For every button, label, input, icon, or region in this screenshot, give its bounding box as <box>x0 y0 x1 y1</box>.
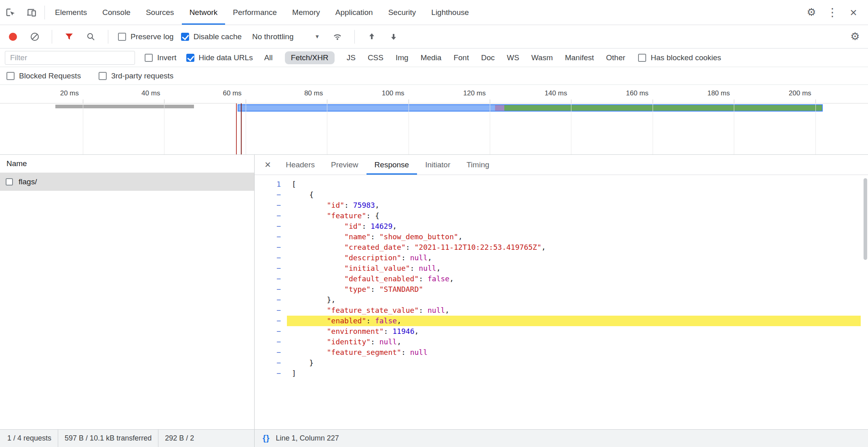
timeline-tick <box>83 99 83 103</box>
fold-marker[interactable]: − <box>255 242 287 253</box>
fold-marker[interactable]: − <box>255 347 287 358</box>
blocked-requests-checkbox[interactable]: Blocked Requests <box>6 72 81 80</box>
fold-marker[interactable]: − <box>255 253 287 263</box>
filter-type-fetch-xhr[interactable]: Fetch/XHR <box>285 51 335 64</box>
preserve-log-checkbox[interactable]: Preserve log <box>118 32 174 41</box>
timeline-gridline <box>490 103 490 154</box>
timeline-gridline <box>734 103 734 154</box>
network-settings-gear-icon[interactable]: ⚙ <box>848 29 862 45</box>
name-column-header[interactable]: Name <box>0 155 254 173</box>
record-network-log-button[interactable] <box>6 29 20 45</box>
fold-marker[interactable]: − <box>255 232 287 242</box>
pretty-print-braces-icon[interactable]: {} <box>263 434 270 443</box>
tab-initiator[interactable]: Initiator <box>417 155 458 175</box>
fold-marker[interactable]: − <box>255 211 287 221</box>
timeline-band <box>0 103 868 154</box>
tab-security[interactable]: Security <box>381 0 424 25</box>
checkbox-unchecked-icon <box>6 72 15 80</box>
cursor-position: Line 1, Column 227 <box>276 434 339 443</box>
filter-type-ws[interactable]: WS <box>507 51 519 64</box>
invert-checkbox[interactable]: Invert <box>145 53 177 62</box>
tab-performance[interactable]: Performance <box>225 0 284 25</box>
fold-marker[interactable]: − <box>255 295 287 305</box>
code-line: − "id": 75983, <box>255 200 868 211</box>
code-line-text: "identity": null, <box>287 337 861 347</box>
export-har-icon[interactable] <box>386 29 401 45</box>
filter-type-css[interactable]: CSS <box>368 51 383 64</box>
overview-segment-purple <box>495 105 504 111</box>
inspect-element-icon[interactable] <box>0 0 21 25</box>
tab-response[interactable]: Response <box>367 155 417 175</box>
tab-lighthouse[interactable]: Lighthouse <box>423 0 476 25</box>
filter-type-js[interactable]: JS <box>347 51 356 64</box>
code-line-text: "name": "show_demo_button", <box>287 232 861 242</box>
disable-cache-checkbox[interactable]: Disable cache <box>181 32 242 41</box>
throttling-dropdown[interactable]: No throttling ▼ <box>249 32 323 41</box>
settings-gear-icon[interactable]: ⚙ <box>801 0 822 25</box>
tab-application[interactable]: Application <box>328 0 381 25</box>
filter-type-font[interactable]: Font <box>453 51 469 64</box>
fold-marker[interactable]: − <box>255 221 287 232</box>
third-party-requests-checkbox[interactable]: 3rd-party requests <box>99 72 173 80</box>
filter-funnel-icon[interactable] <box>62 29 76 45</box>
scrollbar-thumb[interactable] <box>864 178 867 260</box>
timeline-tick <box>409 99 409 103</box>
response-code-viewer[interactable]: 1[− {− "id": 75983,− "feature": {− "id":… <box>255 175 868 429</box>
tab-network[interactable]: Network <box>182 0 225 25</box>
has-blocked-cookies-checkbox[interactable]: Has blocked cookies <box>638 53 721 62</box>
fold-marker[interactable]: − <box>255 263 287 274</box>
filter-type-doc[interactable]: Doc <box>481 51 495 64</box>
filter-type-wasm[interactable]: Wasm <box>531 51 553 64</box>
hide-data-urls-checkbox[interactable]: Hide data URLs <box>186 53 253 62</box>
filter-type-all[interactable]: All <box>264 51 273 64</box>
search-icon[interactable] <box>84 29 98 45</box>
fold-marker[interactable]: − <box>255 274 287 284</box>
tab-headers[interactable]: Headers <box>278 155 323 175</box>
timeline-tick <box>734 99 734 103</box>
fold-marker[interactable]: − <box>255 368 287 379</box>
fold-marker[interactable]: − <box>255 316 287 326</box>
tab-console[interactable]: Console <box>95 0 138 25</box>
network-conditions-icon[interactable] <box>330 29 345 45</box>
request-row-flags[interactable]: flags/ <box>0 173 254 191</box>
overview-request-bar <box>238 104 823 112</box>
disable-cache-label: Disable cache <box>194 32 242 41</box>
close-details-icon[interactable]: × <box>258 155 278 175</box>
tab-elements[interactable]: Elements <box>47 0 95 25</box>
fold-marker[interactable]: − <box>255 358 287 368</box>
timeline-gridline <box>327 103 327 154</box>
device-toolbar-icon[interactable] <box>21 0 42 25</box>
fold-marker[interactable]: − <box>255 305 287 316</box>
network-overview-timeline[interactable]: 20 ms40 ms60 ms80 ms100 ms120 ms140 ms16… <box>0 85 868 155</box>
close-devtools-icon[interactable]: × <box>843 0 864 25</box>
code-line-text: "id": 75983, <box>287 200 861 211</box>
fold-marker[interactable]: − <box>255 200 287 211</box>
timeline-tick <box>815 99 816 103</box>
filter-type-media[interactable]: Media <box>421 51 442 64</box>
clear-network-log-button[interactable] <box>27 29 42 45</box>
code-line-text: "id": 14629, <box>287 221 861 232</box>
filter-type-img[interactable]: Img <box>396 51 409 64</box>
line-number[interactable]: 1 <box>255 179 287 190</box>
fold-marker[interactable]: − <box>255 337 287 347</box>
code-line: − "default_enabled": false, <box>255 274 868 284</box>
timeline-label: 80 ms <box>266 89 323 97</box>
fold-marker[interactable]: − <box>255 326 287 337</box>
fold-marker[interactable]: − <box>255 284 287 295</box>
tab-sources[interactable]: Sources <box>138 0 182 25</box>
import-har-icon[interactable] <box>364 29 379 45</box>
filter-type-manifest[interactable]: Manifest <box>565 51 594 64</box>
more-options-icon[interactable]: ⋮ <box>822 0 843 25</box>
filter-type-other[interactable]: Other <box>606 51 626 64</box>
code-line: − "created_date": "2021-11-12T10:22:53.4… <box>255 242 868 253</box>
throttling-value: No throttling <box>252 32 293 41</box>
request-checkbox[interactable] <box>6 178 13 186</box>
fold-marker[interactable]: − <box>255 190 287 200</box>
code-line: − "description": null, <box>255 253 868 263</box>
tab-timing[interactable]: Timing <box>458 155 497 175</box>
tab-preview[interactable]: Preview <box>323 155 367 175</box>
timeline-gridline <box>409 103 409 154</box>
tab-memory[interactable]: Memory <box>284 0 328 25</box>
filter-input[interactable] <box>5 51 135 65</box>
code-line-text: "type": "STANDARD" <box>287 284 861 295</box>
